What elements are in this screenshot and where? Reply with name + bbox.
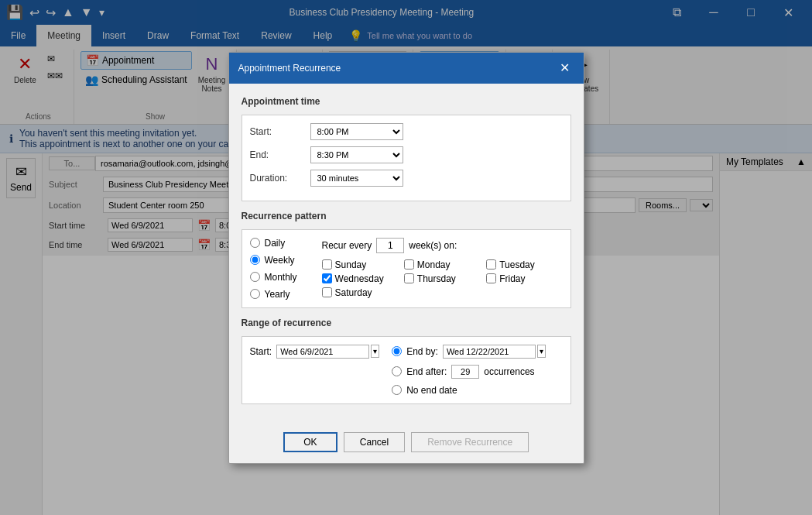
recurrence-pattern-title: Recurrence pattern xyxy=(242,211,571,221)
end-after-row: End after: occurrences xyxy=(392,365,546,379)
range-start-label: Start: xyxy=(250,346,272,357)
monday-day[interactable]: Monday xyxy=(404,259,480,270)
tuesday-checkbox[interactable] xyxy=(486,259,496,270)
monthly-radio[interactable] xyxy=(250,272,260,282)
ok-button[interactable]: OK xyxy=(283,432,337,452)
friday-day[interactable]: Friday xyxy=(486,273,562,284)
range-content: Start: ▾ End by: xyxy=(250,345,563,396)
no-end-row: No end date xyxy=(392,385,546,396)
duration-label: Duration: xyxy=(250,173,304,184)
daily-radio[interactable] xyxy=(250,238,260,248)
weekly-radio[interactable] xyxy=(250,255,260,265)
end-by-input[interactable] xyxy=(443,345,536,359)
daily-option[interactable]: Daily xyxy=(250,238,297,249)
recur-every-label: Recur every xyxy=(322,240,372,251)
duration-select[interactable]: 30 minutes xyxy=(310,170,403,187)
weekly-options: Recur every week(s) on: Sunday Monday xyxy=(322,238,563,300)
appointment-time-title: Appointment time xyxy=(242,96,571,107)
recurrence-pattern-content: Daily Weekly Monthly Yearly xyxy=(250,238,563,300)
end-after-label: End after: xyxy=(406,366,447,377)
end-label: End: xyxy=(250,149,304,160)
range-start-row: Start: ▾ xyxy=(250,345,380,359)
start-time-select[interactable]: 8:00 PM xyxy=(310,123,403,140)
cancel-button[interactable]: Cancel xyxy=(344,432,405,452)
sunday-checkbox[interactable] xyxy=(322,259,332,270)
weekly-option[interactable]: Weekly xyxy=(250,255,297,266)
no-end-label: No end date xyxy=(406,385,457,396)
recurrence-radio-group: Daily Weekly Monthly Yearly xyxy=(250,238,297,300)
end-by-row: End by: ▾ xyxy=(392,345,546,359)
weeks-on-label: week(s) on: xyxy=(409,240,457,251)
occurrences-input[interactable] xyxy=(451,365,479,379)
remove-recurrence-button[interactable]: Remove Recurrence xyxy=(411,432,529,452)
sunday-day[interactable]: Sunday xyxy=(322,259,398,270)
monthly-option[interactable]: Monthly xyxy=(250,272,297,283)
range-section: Start: ▾ End by: xyxy=(242,336,571,404)
recur-every-row: Recur every week(s) on: xyxy=(322,238,563,253)
recurrence-pattern-section: Daily Weekly Monthly Yearly xyxy=(242,229,571,308)
range-start-dropdown[interactable]: ▾ xyxy=(371,345,379,358)
no-end-radio[interactable] xyxy=(392,385,402,395)
recur-every-input[interactable] xyxy=(376,238,404,253)
start-label: Start: xyxy=(250,126,304,137)
saturday-checkbox[interactable] xyxy=(322,287,332,297)
occurrences-label: occurrences xyxy=(484,366,534,377)
friday-checkbox[interactable] xyxy=(486,273,496,283)
thursday-day[interactable]: Thursday xyxy=(404,273,480,284)
saturday-day[interactable]: Saturday xyxy=(322,287,398,298)
start-row: Start: 8:00 PM xyxy=(250,123,563,140)
appointment-recurrence-modal: Appointment Recurrence ✕ Appointment tim… xyxy=(228,52,584,464)
yearly-radio[interactable] xyxy=(250,289,260,299)
tuesday-day[interactable]: Tuesday xyxy=(486,259,562,270)
modal-overlay: Appointment Recurrence ✕ Appointment tim… xyxy=(0,0,812,515)
modal-body: Appointment time Start: 8:00 PM End: 8:3… xyxy=(229,84,584,426)
range-start-input[interactable] xyxy=(276,345,369,359)
modal-close-button[interactable]: ✕ xyxy=(556,59,574,77)
wednesday-day[interactable]: Wednesday xyxy=(322,273,398,284)
wednesday-checkbox[interactable] xyxy=(322,273,332,283)
modal-footer: OK Cancel Remove Recurrence xyxy=(229,426,584,463)
appointment-time-section: Start: 8:00 PM End: 8:30 PM Duration: 30… xyxy=(242,115,571,201)
end-by-label: End by: xyxy=(406,346,438,357)
monday-checkbox[interactable] xyxy=(404,259,414,270)
thursday-checkbox[interactable] xyxy=(404,273,414,283)
range-end-col: End by: ▾ End after: occurrences xyxy=(392,345,546,396)
end-by-radio[interactable] xyxy=(392,346,402,356)
end-after-radio[interactable] xyxy=(392,366,402,376)
range-start-col: Start: ▾ xyxy=(250,345,380,359)
duration-row: Duration: 30 minutes xyxy=(250,170,563,187)
end-row: End: 8:30 PM xyxy=(250,146,563,163)
range-title: Range of recurrence xyxy=(242,318,571,328)
modal-title: Appointment Recurrence xyxy=(238,63,341,74)
days-grid: Sunday Monday Tuesday Wednesday xyxy=(322,259,563,298)
yearly-option[interactable]: Yearly xyxy=(250,289,297,300)
end-by-dropdown[interactable]: ▾ xyxy=(537,345,546,358)
modal-header: Appointment Recurrence ✕ xyxy=(229,53,584,84)
end-time-select[interactable]: 8:30 PM xyxy=(310,146,403,163)
